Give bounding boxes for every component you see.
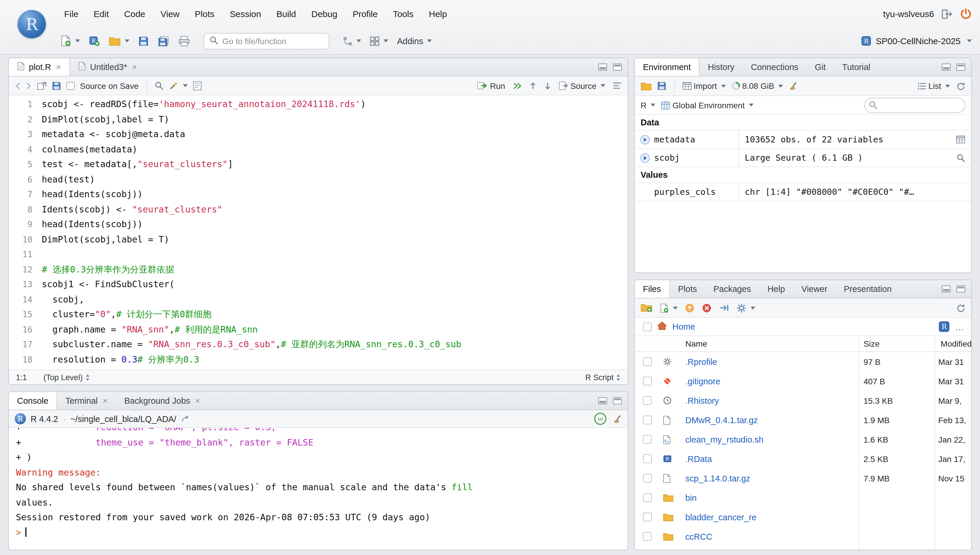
file-name-link[interactable]: .gitignore	[685, 376, 859, 386]
refresh-files-icon[interactable]	[956, 303, 965, 312]
tab-background-jobs[interactable]: Background Jobs✕	[116, 392, 208, 410]
tab-packages[interactable]: Packages	[705, 280, 759, 298]
tab-connections[interactable]: Connections	[743, 58, 806, 76]
scope-selector[interactable]: (Top Level)	[43, 373, 90, 382]
workspace-panes-button[interactable]	[368, 35, 390, 47]
back-icon[interactable]	[15, 82, 21, 90]
list-view-button[interactable]: List	[918, 81, 950, 91]
find-replace-icon[interactable]	[154, 81, 163, 90]
goto-file-search[interactable]	[203, 33, 329, 49]
file-name-link[interactable]: .Rprofile	[685, 357, 859, 366]
tab-files[interactable]: Files	[635, 280, 670, 298]
row-checkbox[interactable]	[643, 435, 652, 444]
close-icon[interactable]: ✕	[132, 63, 137, 71]
tab-console[interactable]: Console	[9, 392, 57, 410]
file-name-link[interactable]: scp_1.14.0.tar.gz	[685, 473, 859, 483]
environment-search[interactable]	[864, 98, 965, 113]
new-blank-file-button[interactable]	[659, 303, 678, 313]
file-row[interactable]: clean_my_rstudio.sh1.6 KBJan 22,	[635, 430, 971, 449]
open-file-button[interactable]	[107, 35, 132, 47]
menu-view[interactable]: View	[153, 9, 187, 19]
tab-plot-r[interactable]: plot.R✕	[9, 58, 70, 76]
r-project-badge-icon[interactable]: R	[939, 321, 950, 332]
go-previous-section-icon[interactable]	[529, 82, 536, 90]
compile-report-icon[interactable]	[193, 81, 201, 90]
maximize-pane-icon[interactable]	[613, 63, 622, 71]
clear-environment-icon[interactable]	[788, 81, 798, 91]
import-dataset-button[interactable]: Import	[683, 81, 726, 91]
tab-untitled3[interactable]: Untitled3*✕	[70, 58, 145, 76]
row-checkbox[interactable]	[643, 532, 652, 541]
tab-git[interactable]: Git	[806, 58, 834, 76]
addins-button[interactable]: Addins	[395, 35, 435, 47]
save-all-button[interactable]	[155, 34, 172, 47]
row-checkbox[interactable]	[643, 377, 652, 385]
tab-presentation[interactable]: Presentation	[836, 280, 900, 298]
row-checkbox[interactable]	[643, 357, 652, 366]
minimize-pane-icon[interactable]	[942, 285, 951, 292]
document-outline-icon[interactable]	[613, 82, 622, 90]
menu-help[interactable]: Help	[421, 9, 455, 19]
menu-session[interactable]: Session	[222, 9, 269, 19]
source-button[interactable]: Source	[558, 81, 605, 90]
close-icon[interactable]: ✕	[56, 63, 61, 71]
session-suspend-icon[interactable]: ∞	[594, 412, 606, 425]
code-editor[interactable]: 1scobj <- readRDS(file='hamony_seurat_an…	[9, 95, 628, 370]
file-row[interactable]: .gitignore407 BMar 31	[635, 371, 971, 391]
source-on-save-checkbox[interactable]	[67, 82, 75, 90]
menu-code[interactable]: Code	[117, 9, 153, 19]
filetype-selector[interactable]: R Script	[585, 373, 620, 382]
save-workspace-icon[interactable]	[657, 81, 667, 91]
file-row[interactable]: scp_1.14.0.tar.gz7.9 MBNov 15	[635, 468, 971, 488]
more-file-actions-button[interactable]	[737, 303, 755, 313]
run-button[interactable]: Run	[477, 81, 505, 90]
env-row-scobj[interactable]: scobjLarge Seurat ( 6.1 GB )	[635, 149, 971, 167]
delete-file-button[interactable]	[702, 303, 712, 313]
power-icon[interactable]	[960, 8, 972, 20]
row-checkbox[interactable]	[643, 415, 652, 424]
file-name-link[interactable]: bin	[685, 493, 859, 502]
refresh-icon[interactable]	[956, 82, 965, 90]
save-icon[interactable]	[52, 81, 61, 90]
maximize-pane-icon[interactable]	[956, 285, 965, 292]
row-checkbox[interactable]	[643, 493, 652, 502]
file-name-link[interactable]: .RData	[685, 454, 859, 464]
tab-plots[interactable]: Plots	[670, 280, 705, 298]
menu-file[interactable]: File	[56, 9, 86, 19]
load-workspace-icon[interactable]	[641, 82, 652, 90]
tab-tutorial[interactable]: Tutorial	[834, 58, 879, 76]
minimize-pane-icon[interactable]	[598, 63, 607, 71]
maximize-pane-icon[interactable]	[613, 397, 622, 404]
file-row[interactable]: ccRCC	[635, 527, 971, 546]
file-row[interactable]: .Rhistory15.3 KBMar 9,	[635, 391, 971, 410]
new-project-button[interactable]: R	[86, 34, 102, 48]
menu-edit[interactable]: Edit	[86, 9, 117, 19]
file-row[interactable]: bladder_cancer_re	[635, 507, 971, 527]
show-directory-icon[interactable]	[181, 415, 190, 423]
column-modified[interactable]: Modified	[935, 339, 971, 348]
column-size[interactable]: Size	[859, 339, 935, 348]
tab-history[interactable]: History	[700, 58, 743, 76]
minimize-pane-icon[interactable]	[598, 397, 607, 404]
column-name[interactable]: Name	[685, 339, 859, 348]
env-row-metadata[interactable]: metadata103652 obs. of 22 variables	[635, 131, 971, 149]
menu-plots[interactable]: Plots	[187, 9, 222, 19]
minimize-pane-icon[interactable]	[942, 63, 951, 71]
project-chooser[interactable]: R SP00-CellNiche-2025	[860, 35, 972, 47]
file-row[interactable]	[635, 546, 971, 550]
menu-debug[interactable]: Debug	[304, 9, 345, 19]
clear-console-icon[interactable]	[612, 414, 622, 423]
go-next-section-icon[interactable]	[544, 82, 551, 90]
forward-icon[interactable]	[26, 82, 32, 90]
sign-out-icon[interactable]	[942, 9, 952, 19]
file-row[interactable]: .Rprofile97 BMar 31	[635, 352, 971, 371]
select-all-checkbox[interactable]	[643, 322, 652, 331]
file-name-link[interactable]: .Rhistory	[685, 396, 859, 405]
row-checkbox[interactable]	[643, 513, 652, 521]
table-icon[interactable]	[956, 135, 971, 144]
code-tools-icon[interactable]	[168, 81, 187, 91]
maximize-pane-icon[interactable]	[956, 63, 965, 71]
env-row-purples-cols[interactable]: purples_colschr [1:4] "#008000" "#C0E0C0…	[635, 183, 971, 201]
file-name-link[interactable]: ccRCC	[685, 532, 859, 541]
breadcrumb-home[interactable]: Home	[672, 322, 695, 331]
